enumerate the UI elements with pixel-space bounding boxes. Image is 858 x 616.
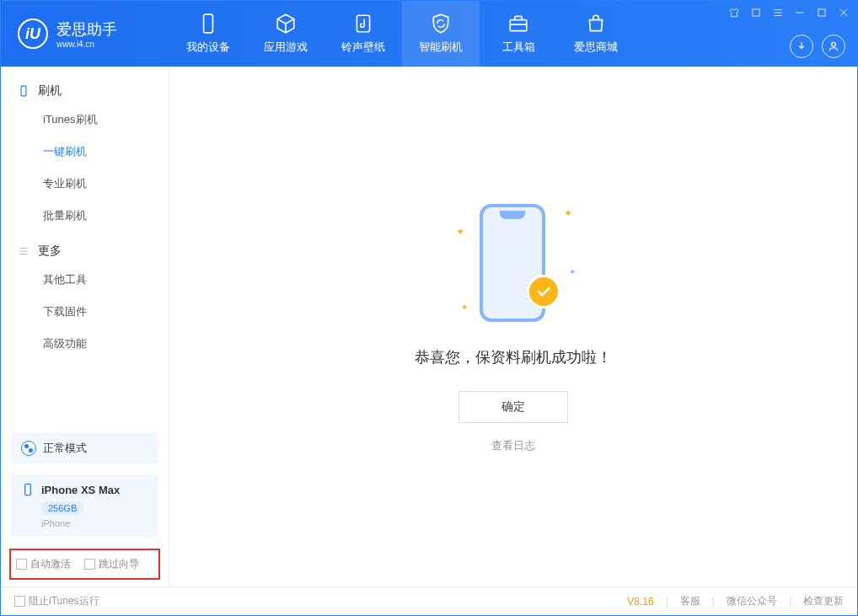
sidebar-item-itunes-flash[interactable]: iTunes刷机: [1, 104, 169, 136]
sparkle-icon: ✦: [569, 267, 576, 276]
phone-device-icon: [21, 483, 35, 496]
svg-rect-2: [510, 20, 527, 31]
section-header-flash: 刷机: [1, 78, 169, 104]
toolbox-icon: [507, 13, 529, 35]
nav-tab-device[interactable]: 我的设备: [169, 1, 247, 67]
nav-label: 智能刷机: [419, 40, 463, 55]
footer-link-wechat[interactable]: 微信公众号: [727, 594, 777, 608]
list-icon: [18, 245, 29, 257]
footer-right: V8.16 | 客服 | 微信公众号 | 检查更新: [627, 594, 844, 608]
phone-small-icon: [18, 85, 29, 97]
music-icon: [352, 13, 374, 35]
success-illustration: ✦ ✦ ✦ ✦: [454, 201, 572, 327]
sidebar-item-batch-flash[interactable]: 批量刷机: [1, 200, 169, 232]
app-title: 爱思助手: [56, 19, 117, 40]
section-header-more: 更多: [1, 238, 169, 264]
user-button[interactable]: [822, 35, 845, 58]
device-storage-badge: 256GB: [41, 501, 83, 515]
sparkle-icon: ✦: [456, 226, 464, 238]
sidebar-item-oneclick-flash[interactable]: 一键刷机: [1, 136, 169, 168]
svg-rect-6: [21, 86, 26, 96]
sidebar-item-advanced[interactable]: 高级功能: [1, 328, 169, 360]
device-icon: [197, 13, 219, 35]
checkbox-block-itunes[interactable]: 阻止iTunes运行: [14, 594, 99, 608]
bag-icon: [585, 13, 607, 35]
sparkle-icon: ✦: [461, 303, 468, 312]
header: iU 爱思助手 www.i4.cn 我的设备 应用游戏 铃声壁纸 智能刷机 工具…: [1, 1, 857, 67]
checkbox-icon: [84, 559, 95, 570]
cube-small-icon[interactable]: [749, 6, 763, 19]
svg-rect-3: [753, 9, 759, 16]
svg-point-5: [832, 42, 836, 46]
device-name: iPhone XS Max: [41, 484, 120, 496]
sidebar-section-flash: 刷机 iTunes刷机 一键刷机 专业刷机 批量刷机: [1, 78, 169, 232]
separator: |: [666, 596, 668, 608]
logo-text: 爱思助手 www.i4.cn: [56, 19, 117, 49]
checkbox-label: 跳过向导: [99, 557, 139, 571]
checkbox-label: 自动激活: [30, 557, 71, 571]
nav-label: 铃声壁纸: [341, 40, 385, 55]
mode-indicator[interactable]: 正常模式: [11, 432, 158, 464]
svg-rect-7: [25, 484, 31, 495]
sidebar-item-pro-flash[interactable]: 专业刷机: [1, 168, 169, 200]
nav-label: 我的设备: [186, 40, 230, 55]
download-button[interactable]: [790, 35, 813, 58]
mode-icon: [21, 441, 36, 456]
sidebar: 刷机 iTunes刷机 一键刷机 专业刷机 批量刷机 更多 其他工具 下载固件 …: [1, 67, 169, 587]
menu-icon[interactable]: [771, 6, 785, 19]
mode-label: 正常模式: [43, 441, 87, 456]
checkbox-label: 阻止iTunes运行: [29, 594, 99, 608]
sidebar-item-download-firmware[interactable]: 下载固件: [1, 296, 169, 328]
maximize-button[interactable]: [815, 6, 829, 19]
checkbox-skip-wizard[interactable]: 跳过向导: [84, 557, 139, 571]
version-label: V8.16: [627, 596, 653, 608]
footer: 阻止iTunes运行 V8.16 | 客服 | 微信公众号 | 检查更新: [1, 587, 857, 615]
section-title: 更多: [38, 244, 62, 259]
shirt-icon[interactable]: [727, 6, 741, 19]
shield-refresh-icon: [430, 13, 452, 35]
cube-icon: [275, 13, 297, 35]
svg-rect-0: [204, 14, 213, 33]
nav-label: 爱思商城: [574, 40, 618, 55]
main-content: ✦ ✦ ✦ ✦ 恭喜您，保资料刷机成功啦！ 确定 查看日志: [169, 67, 857, 587]
sidebar-section-more: 更多 其他工具 下载固件 高级功能: [1, 238, 169, 360]
check-badge-icon: [527, 275, 560, 308]
checkbox-auto-activate[interactable]: 自动激活: [16, 557, 71, 571]
nav-tab-toolbox[interactable]: 工具箱: [480, 1, 557, 67]
minimize-button[interactable]: [793, 6, 807, 19]
body: 刷机 iTunes刷机 一键刷机 专业刷机 批量刷机 更多 其他工具 下载固件 …: [1, 67, 857, 587]
nav-tab-store[interactable]: 爱思商城: [557, 1, 635, 67]
nav-tabs: 我的设备 应用游戏 铃声壁纸 智能刷机 工具箱 爱思商城: [169, 1, 635, 67]
checkbox-icon: [14, 596, 25, 607]
separator: |: [712, 596, 715, 608]
close-button[interactable]: [837, 6, 850, 19]
sidebar-item-other-tools[interactable]: 其他工具: [1, 264, 169, 296]
success-message: 恭喜您，保资料刷机成功啦！: [415, 347, 612, 367]
section-title: 刷机: [38, 83, 62, 99]
window-controls: [727, 6, 850, 19]
nav-tab-apps[interactable]: 应用游戏: [247, 1, 324, 67]
device-type: iPhone: [41, 518, 148, 528]
logo-icon: iU: [18, 19, 48, 49]
separator: |: [789, 596, 791, 608]
app-subtitle: www.i4.cn: [56, 40, 117, 49]
view-log-link[interactable]: 查看日志: [491, 438, 535, 453]
logo-area: iU 爱思助手 www.i4.cn: [1, 19, 169, 49]
header-right-buttons: [790, 35, 845, 58]
nav-label: 应用游戏: [264, 40, 308, 55]
footer-link-support[interactable]: 客服: [680, 594, 700, 608]
nav-tab-flash[interactable]: 智能刷机: [402, 1, 480, 67]
svg-rect-4: [818, 9, 825, 16]
highlighted-options: 自动激活 跳过向导: [9, 549, 160, 580]
svg-rect-1: [357, 15, 369, 32]
nav-tab-ringtone[interactable]: 铃声壁纸: [324, 1, 402, 67]
sparkle-icon: ✦: [564, 207, 572, 219]
ok-button[interactable]: 确定: [458, 391, 568, 423]
nav-label: 工具箱: [502, 40, 535, 55]
device-card[interactable]: iPhone XS Max 256GB iPhone: [11, 474, 158, 537]
checkbox-icon: [16, 559, 27, 570]
footer-link-update[interactable]: 检查更新: [803, 594, 844, 608]
